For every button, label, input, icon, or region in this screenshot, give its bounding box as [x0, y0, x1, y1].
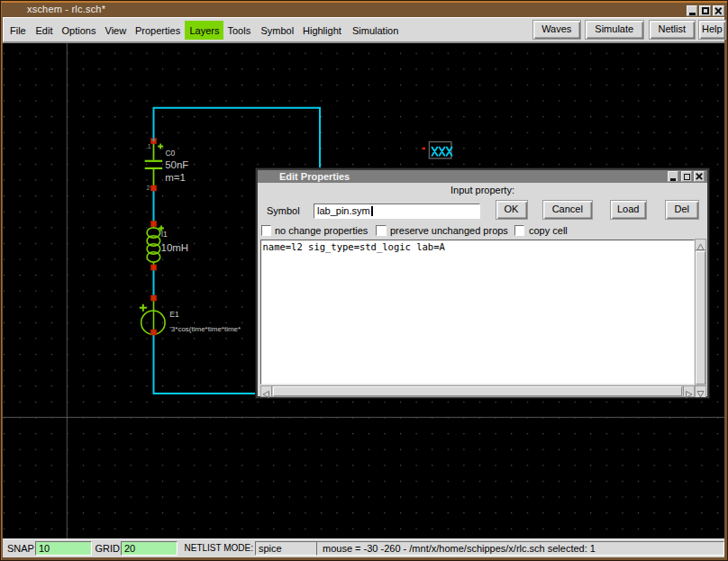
- inductor-name: l1: [161, 230, 168, 239]
- minimize-icon: [689, 13, 696, 15]
- menu-file[interactable]: File: [10, 25, 26, 36]
- dialog-maximize-button[interactable]: [681, 171, 692, 182]
- statusbar: SNAP: 10 GRID: 20 NETLIST MODE: spice mo…: [3, 538, 724, 557]
- source-value: '3*cos(time*time*time*: [169, 324, 241, 332]
- window-maximize-button[interactable]: [699, 5, 711, 17]
- copy-cell-label: copy cell: [529, 225, 568, 236]
- waves-button[interactable]: Waves: [532, 20, 581, 40]
- capacitor-extra: m=1: [165, 171, 186, 182]
- close-icon: [695, 172, 704, 181]
- scroll-left-arrow-icon[interactable]: [261, 386, 272, 396]
- snap-label: SNAP:: [7, 543, 37, 554]
- frame-left-highlight: [1, 2, 2, 560]
- window-close-button[interactable]: [713, 5, 724, 17]
- xschem-window: xschem - rlc.sch* File Edit Options View…: [0, 0, 728, 561]
- maximize-icon: [702, 7, 709, 14]
- capacitor-name: C0: [165, 149, 175, 158]
- close-icon: [714, 6, 723, 16]
- window-minimize-button[interactable]: [687, 5, 698, 17]
- window-title: xschem - rlc.sch*: [27, 4, 105, 14]
- capacitor-pin2-number: 2: [147, 184, 150, 190]
- properties-textarea[interactable]: name=l2 sig_type=std_logic lab=A: [260, 240, 695, 385]
- del-button[interactable]: Del: [665, 200, 700, 220]
- capacitor-value: 50nF: [165, 159, 188, 170]
- text-cursor: [371, 206, 373, 217]
- symbol-label: Symbol: [267, 205, 300, 216]
- no-change-properties-checkbox[interactable]: [261, 225, 272, 236]
- menu-options[interactable]: Options: [62, 25, 96, 36]
- symbol-input[interactable]: lab_pin.sym: [314, 204, 480, 219]
- minimize-icon: [670, 178, 676, 181]
- cancel-button[interactable]: Cancel: [542, 200, 593, 220]
- mouse-status: mouse = -30 -260 - /mnt/x/home/schippes/…: [316, 541, 724, 556]
- menu-highlight[interactable]: Highlight: [303, 25, 341, 36]
- menu-simulation[interactable]: Simulation: [352, 25, 398, 36]
- lab-pin-pin-dot: [422, 147, 425, 149]
- horizontal-scrollbar[interactable]: [260, 385, 695, 397]
- dialog-title: Edit Properties: [279, 171, 350, 182]
- netlist-button[interactable]: Netlist: [649, 20, 696, 40]
- symbol-input-value: lab_pin.sym: [317, 205, 370, 216]
- grid-label: GRID:: [96, 543, 123, 554]
- scroll-up-arrow-icon[interactable]: [696, 240, 705, 250]
- menubar: File Edit Options View Properties Layers…: [3, 17, 724, 43]
- ok-button[interactable]: OK: [496, 200, 528, 220]
- vertical-scrollbar-thumb[interactable]: [696, 251, 705, 385]
- source-name: E1: [169, 309, 179, 318]
- load-button[interactable]: Load: [610, 200, 648, 220]
- copy-cell-checkbox[interactable]: [514, 225, 525, 236]
- grid-input[interactable]: 20: [121, 541, 177, 556]
- window-titlebar[interactable]: xschem - rlc.sch*: [3, 3, 724, 17]
- preserve-unchanged-props-checkbox[interactable]: [376, 225, 387, 236]
- menu-tools[interactable]: Tools: [228, 25, 251, 36]
- help-button[interactable]: Help: [698, 20, 726, 40]
- frame-highlight: [1, 1, 727, 3]
- no-change-properties-label: no change properties: [275, 225, 368, 236]
- snap-input[interactable]: 10: [35, 541, 92, 556]
- scroll-down-arrow-icon[interactable]: [696, 385, 705, 397]
- preserve-unchanged-props-label: preserve unchanged props: [390, 225, 508, 236]
- simulate-button[interactable]: Simulate: [585, 20, 645, 40]
- scroll-right-arrow-icon[interactable]: [683, 386, 694, 396]
- menu-symbol[interactable]: Symbol: [261, 25, 295, 36]
- menu-view[interactable]: View: [105, 25, 127, 36]
- edit-properties-dialog: Edit Properties Input property: Symbol l…: [255, 167, 710, 399]
- netlist-mode-label: NETLIST MODE:: [185, 543, 254, 553]
- maximize-icon: [684, 174, 690, 180]
- menu-edit[interactable]: Edit: [36, 25, 53, 36]
- vertical-scrollbar[interactable]: [695, 239, 706, 397]
- dialog-titlebar[interactable]: Edit Properties: [258, 170, 707, 183]
- dialog-minimize-button[interactable]: [668, 171, 678, 182]
- menu-properties[interactable]: Properties: [135, 25, 180, 36]
- capacitor-pin1-number: 1: [148, 143, 151, 149]
- inductor-value: 10mH: [161, 241, 189, 252]
- dialog-close-button[interactable]: [694, 171, 705, 182]
- input-property-label: Input property:: [258, 185, 707, 195]
- horizontal-scrollbar-thumb[interactable]: [273, 386, 682, 396]
- menu-layers[interactable]: Layers: [190, 25, 220, 36]
- netlist-mode-input[interactable]: spice: [255, 541, 317, 556]
